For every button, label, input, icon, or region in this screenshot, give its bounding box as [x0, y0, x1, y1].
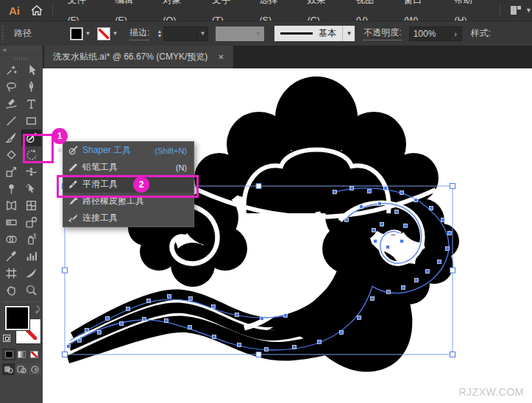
- shaper-tool-icon: [63, 145, 82, 156]
- line-segment-tool[interactable]: [1, 113, 21, 129]
- fill-proxy-swatch[interactable]: [5, 306, 29, 330]
- gradient-button[interactable]: [15, 349, 27, 360]
- flyout-item-label: 平滑工具: [82, 178, 118, 190]
- stroke-weight-stepper[interactable]: ▲▼: [155, 29, 163, 38]
- flyout-item-label: 路径橡皮擦工具: [82, 195, 144, 207]
- flyout-item-label: Shaper 工具: [82, 144, 131, 157]
- pen-tool[interactable]: [21, 79, 41, 96]
- zoom-tool[interactable]: [21, 282, 41, 299]
- opacity-expander[interactable]: ›: [450, 26, 462, 41]
- home-icon[interactable]: [27, 3, 46, 18]
- document-tab-bar: 洗发水贴纸.ai* @ 66.67% (CMYK/预览) ✕: [43, 46, 532, 68]
- menu-bar: Ai 文件(F) 编辑(E) 对象(O) 文字(T) 选择(S) 效果(C) 视…: [0, 0, 532, 21]
- width-tool[interactable]: [21, 163, 41, 180]
- gradient-tool[interactable]: [1, 214, 21, 231]
- hand-tool[interactable]: [1, 282, 21, 299]
- eyedropper-tool[interactable]: [1, 248, 21, 265]
- artboard-tool[interactable]: [1, 265, 21, 282]
- brush-definition-value[interactable]: 基本: [274, 26, 342, 41]
- rectangle-tool[interactable]: [21, 113, 41, 129]
- column-graph-tool[interactable]: [21, 248, 41, 265]
- menubar-divider: [52, 4, 53, 16]
- toolbar-divider: [4, 302, 38, 302]
- stroke-color-control[interactable]: ▼: [97, 27, 120, 40]
- stroke-weight-label[interactable]: 描边:: [130, 26, 149, 40]
- menubar-divider-2: [500, 4, 500, 16]
- panel-drag-grip[interactable]: [15, 57, 28, 60]
- brush-definition-control[interactable]: 基本 ▼: [274, 26, 355, 41]
- default-fill-stroke-icon[interactable]: [3, 335, 10, 342]
- selection-tool[interactable]: [21, 62, 41, 79]
- color-button[interactable]: [3, 349, 15, 360]
- slice-tool[interactable]: [21, 265, 41, 282]
- smooth-tool-icon: [63, 179, 82, 190]
- magic-wand-tool[interactable]: [1, 62, 21, 79]
- draw-behind-button[interactable]: [15, 363, 28, 375]
- stroke-weight-field[interactable]: [163, 26, 197, 41]
- perspective-grid-tool[interactable]: [1, 197, 21, 214]
- flyout-item-label: 铅笔工具: [82, 161, 118, 174]
- type-tool[interactable]: [21, 96, 41, 113]
- flyout-item-path-eraser-tool[interactable]: 路径橡皮擦工具: [63, 193, 194, 210]
- flyout-item-shaper-tool[interactable]: Shaper 工具 (Shift+N): [63, 142, 194, 159]
- blend-tool[interactable]: [21, 214, 41, 231]
- workspace-layout-icon: [511, 6, 521, 15]
- collapse-panel-icon[interactable]: «: [0, 46, 43, 55]
- curvature-tool[interactable]: [1, 96, 21, 113]
- shape-builder-tool[interactable]: [1, 231, 21, 248]
- stroke-swatch[interactable]: [97, 27, 110, 40]
- style-label: 样式:: [471, 27, 491, 40]
- symbol-sprayer-tool[interactable]: [21, 231, 41, 248]
- selection-type-label: 路径: [14, 27, 32, 40]
- color-mode-buttons: [0, 349, 43, 360]
- mesh-tool[interactable]: [21, 197, 41, 214]
- join-tool-icon: [63, 213, 82, 224]
- pencil-tool-flyout-menu: Shaper 工具 (Shift+N) 铅笔工具 (N) 平滑工具 路径橡皮擦工…: [63, 141, 194, 227]
- path-eraser-tool-icon: [63, 196, 82, 207]
- workspace-switcher[interactable]: ▼: [511, 6, 532, 15]
- shaper-tool[interactable]: [21, 129, 41, 146]
- watermark-text: RJZXW.COM: [459, 386, 525, 398]
- live-paint-selection-tool[interactable]: [21, 180, 41, 197]
- flyout-item-join-tool[interactable]: 连接工具: [63, 210, 194, 227]
- flyout-item-pencil-tool[interactable]: 铅笔工具 (N): [63, 159, 194, 176]
- chevron-down-icon: ▼: [83, 30, 93, 37]
- opacity-label[interactable]: 不透明度:: [363, 26, 401, 40]
- cloud-artwork[interactable]: [43, 68, 532, 403]
- opacity-field[interactable]: 100%: [409, 26, 450, 41]
- lasso-tool[interactable]: [1, 79, 21, 96]
- puppet-warp-tool[interactable]: [1, 180, 21, 197]
- fill-swatch[interactable]: [70, 27, 83, 40]
- document-tab[interactable]: 洗发水贴纸.ai* @ 66.67% (CMYK/预览) ✕: [44, 46, 233, 68]
- chevron-down-icon[interactable]: ▼: [342, 26, 355, 41]
- panel-grip[interactable]: [1, 26, 4, 42]
- flyout-item-smooth-tool[interactable]: 平滑工具: [63, 176, 194, 193]
- fill-stroke-indicator: ⤸: [1, 305, 41, 346]
- current-tool-marker: [58, 149, 62, 152]
- flyout-item-shortcut: (Shift+N): [155, 146, 194, 155]
- annotation-step-1-badge: 1: [52, 128, 68, 144]
- chevron-down-icon[interactable]: ▼: [197, 26, 208, 41]
- eraser-tool[interactable]: [1, 146, 21, 163]
- fill-color-control[interactable]: ▼: [70, 27, 93, 40]
- pencil-tool-icon: [63, 162, 82, 173]
- swap-fill-stroke-icon[interactable]: ⤸: [35, 305, 40, 314]
- rotate-tool[interactable]: [21, 146, 41, 163]
- width-profile-dropdown: ▼: [216, 26, 264, 41]
- draw-normal-button[interactable]: [2, 363, 15, 375]
- control-bar: 路径 ▼ ▼ 描边: ▲▼ ▼ ▼ 基本 ▼ 不透明度: 100% › 样式:: [0, 21, 532, 46]
- chevron-down-icon: ▼: [110, 30, 120, 37]
- illustrator-logo: Ai: [0, 4, 27, 17]
- artboard-canvas[interactable]: RJZXW.COM: [43, 68, 532, 403]
- draw-inside-button[interactable]: [29, 363, 41, 375]
- none-button[interactable]: [28, 349, 40, 360]
- illustrator-window: Ai 文件(F) 编辑(E) 对象(O) 文字(T) 选择(S) 效果(C) 视…: [0, 0, 532, 403]
- brush-definition-label: 基本: [319, 27, 336, 40]
- scale-tool[interactable]: [1, 163, 21, 180]
- document-tab-title: 洗发水贴纸.ai* @ 66.67% (CMYK/预览): [53, 51, 208, 63]
- paintbrush-tool[interactable]: [1, 129, 21, 146]
- close-icon[interactable]: ✕: [218, 53, 224, 61]
- flyout-item-shortcut: (N): [176, 163, 194, 172]
- chevron-down-icon: ▼: [525, 7, 532, 14]
- annotation-step-2-badge: 2: [133, 176, 149, 193]
